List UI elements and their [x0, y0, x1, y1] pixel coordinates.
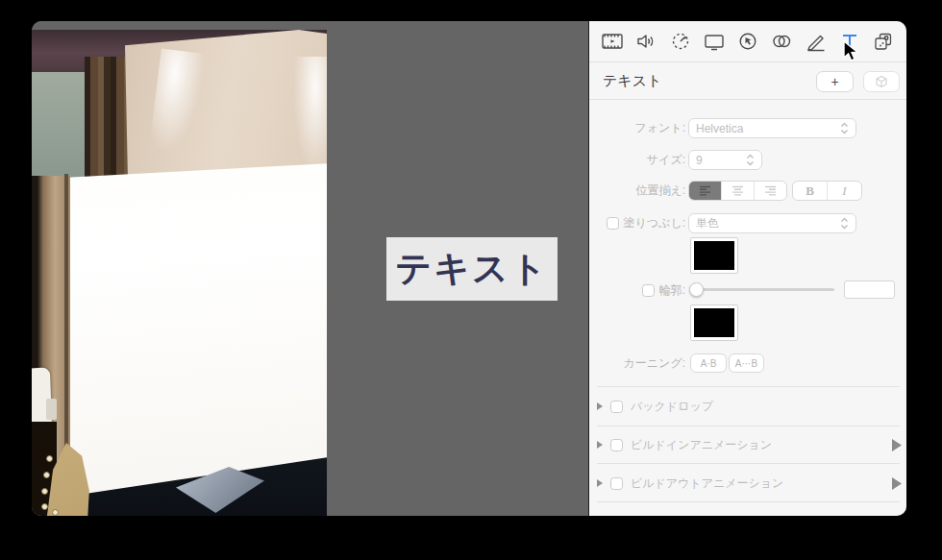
display-icon[interactable]	[700, 27, 729, 56]
popup-chevrons-icon	[840, 122, 849, 134]
align-right-button[interactable]	[755, 182, 786, 200]
fill-type-popup[interactable]: 単色	[688, 213, 856, 233]
kerning-tighten-button[interactable]: A·B	[690, 353, 727, 373]
align-center-button[interactable]	[722, 182, 755, 200]
divider	[597, 463, 900, 464]
size-value: 9	[696, 154, 703, 167]
italic-button[interactable]: I	[828, 182, 861, 200]
threed-button[interactable]	[863, 71, 900, 92]
photo-sticker	[46, 399, 57, 420]
app-window: テキスト	[32, 21, 906, 516]
disclosure-triangle-icon[interactable]	[596, 402, 604, 411]
photo-tuning-peg	[52, 509, 59, 516]
photo-tuning-peg	[46, 455, 53, 462]
disclosure-triangle-icon[interactable]	[596, 440, 604, 450]
shapes-icon[interactable]	[767, 27, 796, 56]
stepper-chevrons-icon	[746, 154, 755, 166]
bold-button[interactable]: B	[793, 182, 828, 200]
backdrop-label: バックドロップ	[631, 399, 713, 415]
align-left-icon	[699, 185, 711, 196]
transitions-icon[interactable]	[869, 27, 898, 56]
size-label: サイズ:	[589, 150, 685, 170]
section-build-in[interactable]: ビルドインアニメーション	[589, 435, 906, 454]
add-text-button[interactable]: +	[816, 71, 854, 92]
align-left-button[interactable]	[689, 182, 722, 200]
font-value: Helvetica	[696, 122, 743, 135]
divider	[597, 501, 900, 502]
fill-color-chip	[694, 241, 734, 270]
style-segmented-control: B I	[792, 181, 862, 201]
font-label: フォント:	[589, 118, 685, 138]
fill-type-value: 単色	[696, 215, 719, 231]
mouse-cursor	[841, 40, 860, 63]
align-label: 位置揃え:	[589, 181, 685, 200]
divider	[597, 386, 900, 387]
font-popup[interactable]: Helvetica	[688, 118, 856, 138]
photo-media[interactable]	[32, 30, 327, 516]
forward-arrow-icon[interactable]	[891, 438, 903, 452]
movie-icon[interactable]	[598, 27, 627, 56]
align-right-icon	[764, 185, 777, 196]
cube-icon	[875, 75, 888, 88]
alignment-segmented-control	[688, 181, 787, 201]
size-stepper[interactable]: 9	[688, 150, 762, 170]
fill-label: 塗りつぶし:	[589, 213, 685, 233]
outline-checkbox[interactable]	[642, 284, 655, 297]
align-center-icon	[731, 185, 744, 196]
outline-slider[interactable]	[693, 288, 834, 291]
outline-color-well[interactable]	[690, 304, 738, 341]
kerning-loosen-button[interactable]: A⋯B	[729, 353, 764, 373]
build-out-checkbox[interactable]	[610, 477, 623, 490]
divider	[589, 99, 906, 100]
inspector-panel: テキスト + フォント: Helvetica サイズ: 9	[588, 21, 906, 516]
outline-width-field[interactable]	[844, 280, 895, 299]
divider	[597, 426, 900, 426]
outline-color-chip	[694, 308, 734, 337]
pointer-icon[interactable]	[733, 27, 762, 56]
timer-icon[interactable]	[666, 27, 695, 56]
fill-checkbox[interactable]	[607, 217, 619, 230]
kerning-label: カーニング:	[589, 353, 685, 373]
build-in-label: ビルドインアニメーション	[631, 437, 772, 453]
build-in-checkbox[interactable]	[610, 439, 623, 451]
section-build-out[interactable]: ビルドアウトアニメーション	[589, 474, 906, 493]
draw-icon[interactable]	[802, 27, 830, 56]
outline-slider-knob[interactable]	[689, 282, 704, 297]
slide-canvas[interactable]: テキスト	[32, 21, 588, 516]
canvas-text-object[interactable]: テキスト	[386, 237, 558, 301]
audio-icon[interactable]	[632, 27, 660, 56]
panel-title: テキスト	[603, 72, 661, 90]
photo-tuning-peg	[41, 488, 48, 495]
popup-chevrons-icon	[840, 217, 849, 230]
section-backdrop[interactable]: バックドロップ	[589, 397, 906, 416]
build-out-label: ビルドアウトアニメーション	[631, 475, 783, 492]
disclosure-triangle-icon[interactable]	[596, 478, 604, 488]
outline-label: 輪郭:	[589, 280, 685, 300]
photo-tuning-peg	[41, 503, 48, 510]
photo-gloss-highlight	[293, 57, 327, 177]
backdrop-checkbox[interactable]	[610, 401, 623, 413]
fill-color-well[interactable]	[690, 237, 738, 274]
forward-arrow-icon[interactable]	[891, 476, 903, 491]
photo-tuning-peg	[43, 472, 50, 478]
